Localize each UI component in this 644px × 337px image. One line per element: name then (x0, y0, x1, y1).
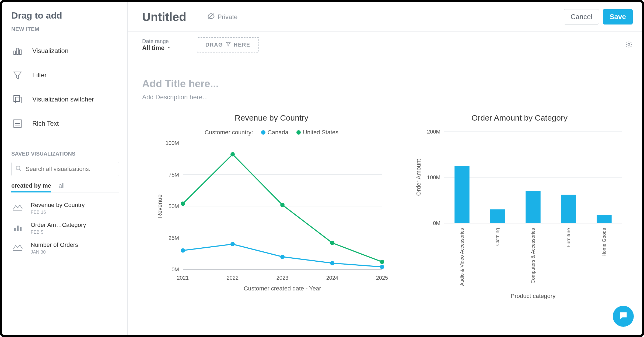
svg-text:Customer created date - Year: Customer created date - Year (244, 285, 321, 292)
gear-icon (625, 44, 633, 49)
saved-item-title: Number of Orders (31, 241, 78, 248)
chat-icon (618, 311, 628, 322)
saved-item-date: JAN 30 (31, 250, 78, 255)
svg-point-38 (181, 202, 185, 206)
saved-item-order-amount-by-category[interactable]: Order Am…Category FEB 5 (11, 218, 119, 238)
svg-text:Order Amount: Order Amount (415, 159, 422, 196)
new-item-section-header: NEW ITEM (11, 26, 119, 32)
svg-rect-52 (490, 209, 505, 223)
svg-text:50M: 50M (169, 203, 179, 209)
svg-text:Computers & Accessories: Computers & Accessories (530, 228, 536, 283)
saved-item-title: Order Am…Category (31, 222, 86, 229)
svg-point-34 (230, 242, 235, 246)
legend-entry-united-states: United States (303, 129, 338, 136)
filter-icon (11, 69, 24, 81)
search-input-wrapper[interactable] (11, 162, 119, 176)
drop-filter-zone[interactable]: DRAG HERE (197, 37, 259, 52)
dashboard-title-input[interactable]: Add Title here... (142, 78, 627, 90)
svg-text:75M: 75M (169, 172, 179, 178)
svg-rect-0 (14, 51, 15, 55)
new-item-label: Visualization switcher (32, 96, 94, 103)
sidebar-title: Drag to add (11, 10, 119, 21)
tab-all[interactable]: all (59, 182, 65, 192)
dashboard-description-input[interactable]: Add Description here... (142, 93, 627, 101)
saved-item-revenue-by-country[interactable]: Revenue by Country FEB 16 (11, 198, 119, 218)
new-item-label: Rich Text (32, 120, 59, 127)
sidebar: Drag to add NEW ITEM Visualization Filte… (2, 2, 128, 335)
saved-visualizations-header: SAVED VISUALIZATIONS (11, 151, 119, 157)
bar-chart-icon (11, 45, 24, 57)
chart-title: Order Amount by Category (412, 113, 627, 122)
svg-point-41 (330, 241, 334, 245)
svg-rect-14 (20, 227, 22, 231)
bar-chart-svg: 0M100M200MAudio & Video AccessoriesCloth… (412, 129, 627, 301)
svg-point-17 (628, 43, 630, 45)
privacy-indicator[interactable]: Private (207, 12, 238, 22)
svg-text:Home Goods: Home Goods (601, 228, 607, 257)
svg-text:2023: 2023 (276, 275, 288, 281)
cancel-button[interactable]: Cancel (564, 9, 599, 24)
svg-rect-2 (20, 50, 21, 55)
search-icon (15, 165, 22, 173)
date-range-selector[interactable]: All time (142, 44, 172, 52)
svg-text:2021: 2021 (177, 275, 189, 281)
search-input[interactable] (25, 165, 115, 173)
line-icon (11, 243, 24, 252)
legend-entry-canada: Canada (268, 129, 288, 136)
filter-icon (226, 41, 231, 48)
new-item-visualization-switcher[interactable]: Visualization switcher (11, 87, 119, 111)
svg-rect-1 (17, 48, 18, 55)
saved-item-date: FEB 16 (31, 210, 85, 215)
svg-point-37 (380, 265, 384, 269)
date-range-label: Date range (142, 38, 172, 44)
svg-rect-54 (561, 195, 576, 223)
main: Untitled Private Cancel Save Date range … (128, 2, 642, 335)
new-item-filter[interactable]: Filter (11, 63, 119, 87)
svg-text:2025: 2025 (376, 275, 388, 281)
svg-rect-4 (15, 97, 21, 103)
line-chart-svg: 0M25M50M75M100M20212022202320242025Custo… (153, 140, 390, 294)
chevron-down-icon (164, 44, 172, 52)
switcher-icon (11, 93, 24, 106)
svg-text:Revenue: Revenue (156, 194, 163, 218)
new-item-rich-text[interactable]: Rich Text (11, 111, 119, 136)
svg-text:2024: 2024 (326, 275, 338, 281)
filter-bar: Date range All time DRAG HERE (128, 32, 642, 58)
svg-text:100M: 100M (166, 140, 179, 146)
svg-text:25M: 25M (169, 235, 179, 241)
new-item-label: Visualization (32, 47, 68, 55)
svg-point-33 (181, 248, 185, 253)
saved-item-number-of-orders[interactable]: Number of Orders JAN 30 (11, 238, 119, 258)
chart-order-amount-by-category[interactable]: Order Amount by Category 0M100M200MAudio… (412, 113, 627, 301)
help-button[interactable] (613, 306, 634, 327)
saved-item-title: Revenue by Country (31, 202, 85, 209)
svg-point-39 (230, 152, 235, 156)
svg-line-10 (19, 169, 21, 171)
line-icon (11, 203, 24, 212)
chart-title: Revenue by Country (142, 113, 401, 122)
page-title[interactable]: Untitled (142, 10, 186, 24)
svg-point-9 (16, 166, 20, 170)
svg-point-40 (280, 203, 285, 207)
svg-text:2022: 2022 (226, 275, 239, 281)
chart-legend: Customer country: Canada United States (142, 129, 401, 136)
new-item-visualization[interactable]: Visualization (11, 39, 119, 63)
rich-text-icon (11, 117, 24, 130)
new-item-label: Filter (32, 71, 47, 79)
eye-slash-icon (207, 12, 218, 22)
save-button[interactable]: Save (603, 9, 633, 24)
privacy-label: Private (218, 13, 238, 21)
bars-icon (11, 223, 24, 232)
svg-point-42 (380, 260, 384, 264)
svg-text:200M: 200M (427, 129, 440, 135)
tab-created-by-me[interactable]: created by me (11, 182, 51, 192)
svg-text:100M: 100M (427, 174, 440, 180)
svg-text:Product category: Product category (510, 293, 555, 299)
saved-item-date: FEB 5 (31, 230, 86, 235)
svg-rect-12 (14, 228, 16, 231)
settings-button[interactable] (625, 41, 633, 49)
svg-text:0M: 0M (172, 266, 179, 272)
svg-rect-51 (454, 166, 469, 223)
svg-text:0M: 0M (433, 220, 440, 226)
chart-revenue-by-country[interactable]: Revenue by Country Customer country: Can… (142, 113, 401, 301)
